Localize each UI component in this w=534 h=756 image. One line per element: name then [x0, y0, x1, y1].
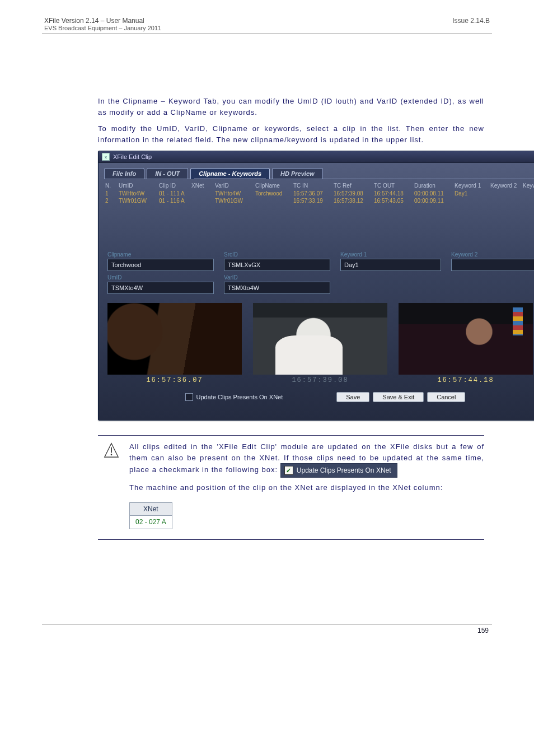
- dialog-titlebar[interactable]: x XFile Edit Clip ×: [99, 151, 534, 163]
- chip-label: Update Clips Presents On XNet: [297, 465, 391, 475]
- doc-title: XFile Version 2.14 – User Manual: [44, 17, 161, 25]
- col-tcref[interactable]: TC Ref: [332, 181, 373, 190]
- separator: [98, 539, 484, 540]
- kw2-input[interactable]: [451, 259, 534, 271]
- kw1-label: Keyword 1: [340, 251, 441, 258]
- cancel-button[interactable]: Cancel: [427, 392, 465, 402]
- table-cell[interactable]: 2: [104, 197, 118, 204]
- table-cell[interactable]: 16:57:36.07: [292, 190, 332, 197]
- varid-input[interactable]: [224, 282, 330, 294]
- umid-input[interactable]: [107, 282, 214, 294]
- table-cell[interactable]: [453, 197, 489, 204]
- thumb-image: [253, 303, 387, 375]
- table-cell[interactable]: 16:57:44.18: [373, 190, 413, 197]
- clipname-input[interactable]: [107, 259, 214, 271]
- save-button[interactable]: Save: [336, 392, 369, 402]
- col-duration[interactable]: Duration: [413, 181, 453, 190]
- tab-row: File Info IN - OUT Clipname - Keywords H…: [99, 163, 534, 179]
- col-kw1[interactable]: Keyword 1: [453, 181, 489, 190]
- checkmark-icon: ✓: [284, 466, 293, 475]
- table-cell[interactable]: [489, 190, 522, 197]
- xnet-header: XNet: [129, 502, 172, 516]
- col-xnet[interactable]: XNet: [190, 181, 214, 190]
- footer-rule: [42, 624, 492, 624]
- col-n[interactable]: N.: [104, 181, 118, 190]
- update-xnet-label: Update Clips Presents On XNet: [196, 394, 283, 400]
- col-varid[interactable]: VarID: [214, 181, 254, 190]
- kw2-label: Keyword 2: [451, 251, 534, 258]
- xnet-example: XNet 02 - 027 A: [129, 502, 172, 529]
- tc-in: 16:57:36.07: [146, 376, 203, 384]
- table-cell[interactable]: [254, 197, 292, 204]
- thumb-in: 16:57:36.07: [107, 303, 242, 384]
- table-cell[interactable]: 01 - 116 A: [158, 197, 190, 204]
- tab-in-out[interactable]: IN - OUT: [147, 168, 188, 179]
- table-cell[interactable]: TWHto4W: [214, 190, 254, 197]
- umid-label: UmID: [107, 274, 214, 281]
- thumb-out: 16:57:44.18: [399, 303, 533, 384]
- xnet-value: 02 - 027 A: [129, 516, 172, 529]
- svg-point-2: [111, 454, 113, 456]
- table-cell[interactable]: 16:57:39.08: [332, 190, 373, 197]
- table-cell[interactable]: Torchwood: [254, 190, 292, 197]
- srcid-input[interactable]: [224, 259, 330, 271]
- intro-paragraph-2: To modify the UmID, VarID, Clipname or k…: [98, 123, 484, 145]
- save-exit-button[interactable]: Save & Exit: [373, 392, 424, 402]
- header-rule: [42, 34, 492, 34]
- warning-icon: [104, 441, 119, 529]
- separator: [98, 435, 484, 436]
- table-cell[interactable]: Day1: [453, 190, 489, 197]
- thumb-ref: 16:57:39.08: [253, 303, 387, 384]
- table-cell[interactable]: 01 - 111 A: [158, 190, 190, 197]
- col-umid[interactable]: UmID: [118, 181, 158, 190]
- table-cell[interactable]: [190, 197, 214, 204]
- kw1-input[interactable]: [340, 259, 441, 271]
- note-paragraph-2: The machine and position of the clip on …: [129, 482, 484, 493]
- dialog-title: XFile Edit Clip: [113, 153, 534, 160]
- thumb-image: [399, 303, 533, 375]
- col-kw2[interactable]: Keyword 2: [489, 181, 522, 190]
- col-clipname[interactable]: ClipName: [254, 181, 292, 190]
- table-cell[interactable]: [489, 197, 522, 204]
- tc-ref: 16:57:39.08: [292, 376, 348, 384]
- col-tcout[interactable]: TC OUT: [373, 181, 413, 190]
- table-cell[interactable]: 00:00:08.11: [413, 190, 453, 197]
- col-kw3[interactable]: Keyword 3: [522, 181, 534, 190]
- table-cell[interactable]: [190, 190, 214, 197]
- tab-hd-preview[interactable]: HD Preview: [272, 168, 323, 179]
- col-tcin[interactable]: TC IN: [292, 181, 332, 190]
- tab-file-info[interactable]: File Info: [104, 168, 144, 179]
- app-icon: x: [102, 153, 110, 161]
- update-xnet-checkbox[interactable]: Update Clips Presents On XNet: [185, 393, 283, 401]
- table-cell[interactable]: 1: [104, 190, 118, 197]
- srcid-label: SrcID: [224, 251, 330, 258]
- table-cell[interactable]: 16:57:43.05: [373, 197, 413, 204]
- issue-label: Issue 2.14.B: [452, 17, 490, 31]
- table-cell[interactable]: 16:57:33.19: [292, 197, 332, 204]
- doc-subtitle: EVS Broadcast Equipment – January 2011: [44, 25, 161, 31]
- page-number: 159: [42, 627, 492, 634]
- tab-clipname-keywords[interactable]: Clipname - Keywords: [190, 168, 270, 179]
- clip-list: N. UmID Clip ID XNet VarID ClipName TC I…: [104, 181, 534, 204]
- table-cell[interactable]: TWfr01GW: [118, 197, 158, 204]
- table-cell[interactable]: 16:57:38.12: [332, 197, 373, 204]
- table-cell[interactable]: [522, 190, 534, 197]
- checkbox-icon[interactable]: [185, 393, 193, 401]
- thumb-image: [107, 303, 242, 375]
- table-cell[interactable]: TWHto4W: [118, 190, 158, 197]
- table-cell[interactable]: TWfr01GW: [214, 197, 254, 204]
- clipname-label: Clipname: [107, 251, 214, 258]
- table-cell[interactable]: [522, 197, 534, 204]
- update-clips-chip: ✓ Update Clips Presents On XNet: [280, 463, 397, 478]
- table-cell[interactable]: 00:00:09.11: [413, 197, 453, 204]
- varid-label: VarID: [224, 274, 330, 281]
- tc-out: 16:57:44.18: [437, 376, 494, 384]
- col-clipid[interactable]: Clip ID: [158, 181, 190, 190]
- intro-paragraph-1: In the Clipname – Keyword Tab, you can m…: [98, 96, 484, 118]
- xfile-edit-clip-dialog: x XFile Edit Clip × File Info IN - OUT C…: [98, 151, 534, 421]
